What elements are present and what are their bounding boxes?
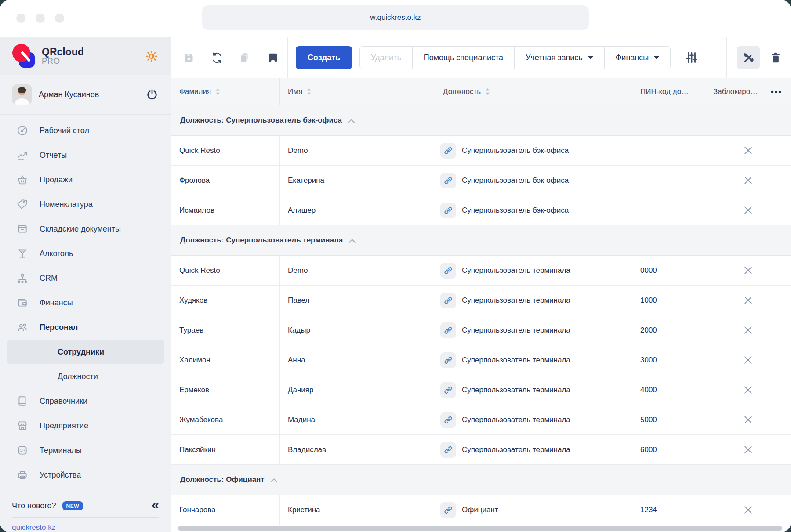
horizontal-scrollbar[interactable] (171, 525, 791, 532)
sidebar-item-devices[interactable]: Устройства (0, 463, 171, 487)
column-settings-icon[interactable] (685, 51, 698, 64)
sidebar-item-employees[interactable]: Сотрудники (7, 340, 164, 364)
refresh-icon[interactable] (211, 52, 223, 64)
sidebar-item-staff[interactable]: Персонал (0, 315, 171, 340)
scrollbar-thumb[interactable] (178, 526, 782, 531)
collapse-chevron-icon[interactable] (348, 118, 355, 123)
table-row[interactable]: ТураевКадырСуперпользователь терминала20… (171, 315, 791, 345)
blocked-x-icon[interactable] (743, 445, 753, 455)
sidebar-item-reports[interactable]: Отчеты (0, 143, 171, 167)
brightness-icon[interactable] (144, 49, 159, 64)
cell-firstname: Алишер (280, 195, 435, 225)
blocked-x-icon[interactable] (743, 295, 753, 305)
whats-new-link[interactable]: Что нового? (12, 501, 56, 510)
link-icon[interactable] (440, 143, 456, 159)
table-row[interactable]: Quick RestoDemoСуперпользователь термина… (171, 256, 791, 286)
avatar (12, 84, 32, 105)
sidebar-nav: Рабочий столОтчетыПродажиНоменклатураСкл… (0, 115, 171, 495)
table-row[interactable]: ГончароваКристинаОфициант1234 (171, 495, 791, 525)
cell-firstname: Demo (280, 256, 435, 285)
link-icon[interactable] (440, 502, 456, 518)
blocked-x-icon[interactable] (743, 325, 753, 335)
window-dot[interactable] (16, 14, 25, 23)
link-icon[interactable] (440, 442, 456, 458)
divider (12, 517, 159, 518)
window-dot[interactable] (55, 14, 64, 23)
link-icon[interactable] (440, 173, 456, 188)
cell-position: Суперпользователь терминала (435, 375, 631, 405)
link-icon[interactable] (440, 322, 456, 338)
delete-button[interactable]: Удалить (359, 46, 413, 69)
column-header-position[interactable]: Должность (435, 78, 631, 105)
sidebar-item-terminals[interactable]: QRТерминалы (0, 438, 171, 463)
blocked-x-icon[interactable] (743, 355, 753, 365)
sort-icon[interactable] (307, 88, 312, 95)
blocked-x-icon[interactable] (743, 205, 753, 215)
table-row[interactable]: ХалимонАннаСуперпользователь терминала30… (171, 345, 791, 375)
window-controls[interactable] (16, 14, 64, 23)
terminal-display-icon[interactable] (267, 51, 279, 64)
collapse-chevron-icon[interactable] (270, 478, 278, 483)
address-bar[interactable]: w.quickresto.kz (202, 5, 589, 30)
link-icon[interactable] (440, 293, 456, 308)
table-body: Должность: Суперпользователь бэк-офисаQu… (171, 105, 791, 525)
sidebar-item-alcohol[interactable]: Алкоголь (0, 241, 171, 266)
sidebar-item-dashboard[interactable]: Рабочий стол (0, 118, 171, 143)
sidebar-item-handbooks[interactable]: Справочники (0, 389, 171, 413)
power-icon[interactable] (145, 87, 159, 101)
sidebar-item-nomenclature[interactable]: Номенклатура (0, 192, 171, 217)
sort-icon[interactable] (215, 88, 220, 95)
sidebar-item-positions[interactable]: Должности (0, 364, 171, 389)
sidebar-item-warehouse-docs[interactable]: Складские документы (0, 217, 171, 241)
group-header[interactable]: Должность: Суперпользователь бэк-офиса (171, 105, 791, 136)
table-row[interactable]: ЕрмековДаниярСуперпользователь терминала… (171, 375, 791, 405)
copy-icon[interactable] (239, 52, 250, 63)
save-icon[interactable] (183, 52, 195, 64)
blocked-x-icon[interactable] (743, 505, 753, 515)
sidebar-item-crm[interactable]: CRM (0, 266, 171, 290)
cell-firstname: Екатерина (280, 166, 435, 195)
sort-icon[interactable] (485, 88, 490, 95)
account-dropdown[interactable]: Учетная запись (514, 46, 605, 69)
link-icon[interactable] (440, 263, 456, 279)
link-icon[interactable] (440, 203, 456, 218)
column-header-lastname[interactable]: Фамилия (171, 78, 280, 105)
cell-pin: 5000 (631, 405, 705, 434)
link-icon[interactable] (440, 352, 456, 368)
link-icon[interactable] (440, 412, 456, 428)
window-dot[interactable] (36, 14, 45, 23)
blocked-x-icon[interactable] (743, 415, 753, 425)
table-row[interactable]: ИсмаиловАлишерСуперпользователь бэк-офис… (171, 195, 791, 225)
blocked-x-icon[interactable] (743, 265, 753, 275)
tools-button[interactable] (737, 46, 760, 69)
finance-dropdown[interactable]: Финансы (604, 46, 671, 69)
group-header[interactable]: Должность: Суперпользователь терминала (171, 225, 791, 256)
group-header[interactable]: Должность: Официант (171, 465, 791, 495)
table-row[interactable]: ЖумабековаМадинаСуперпользователь термин… (171, 405, 791, 435)
column-header-firstname[interactable]: Имя (280, 78, 435, 105)
specialist-help-button[interactable]: Помощь специалиста (412, 46, 515, 69)
position-label: Суперпользователь бэк-офиса (462, 206, 569, 215)
column-header-blocked[interactable]: Заблокиро… ••• (705, 78, 791, 105)
collapse-sidebar-icon[interactable]: « (152, 500, 159, 509)
collapse-chevron-icon[interactable] (348, 238, 356, 243)
cell-blocked (705, 136, 791, 165)
sidebar-item-sales[interactable]: Продажи (0, 167, 171, 192)
create-button[interactable]: Создать (296, 46, 352, 69)
user-row[interactable]: Арман Кусаинов (0, 75, 171, 115)
blocked-x-icon[interactable] (743, 175, 753, 185)
table-row[interactable]: Quick RestoDemoСуперпользователь бэк-офи… (171, 136, 791, 166)
sidebar-item-enterprise[interactable]: Предприятие (0, 413, 171, 438)
table-row[interactable]: ФроловаЕкатеринаСуперпользователь бэк-оф… (171, 166, 791, 195)
sidebar-item-label: Номенклатура (40, 200, 93, 209)
table-row[interactable]: ПаксяйкинВладиславСуперпользователь терм… (171, 435, 791, 465)
link-icon[interactable] (440, 382, 456, 398)
sidebar-item-finance[interactable]: Финансы (0, 290, 171, 315)
domain-link[interactable]: quickresto.kz (12, 523, 55, 532)
trash-icon[interactable] (769, 51, 782, 64)
blocked-x-icon[interactable] (743, 385, 753, 395)
column-header-pin[interactable]: ПИН-код до… (631, 78, 705, 105)
more-columns-button[interactable]: ••• (771, 87, 782, 97)
table-row[interactable]: ХудяковПавелСуперпользователь терминала1… (171, 286, 791, 315)
blocked-x-icon[interactable] (743, 145, 753, 156)
